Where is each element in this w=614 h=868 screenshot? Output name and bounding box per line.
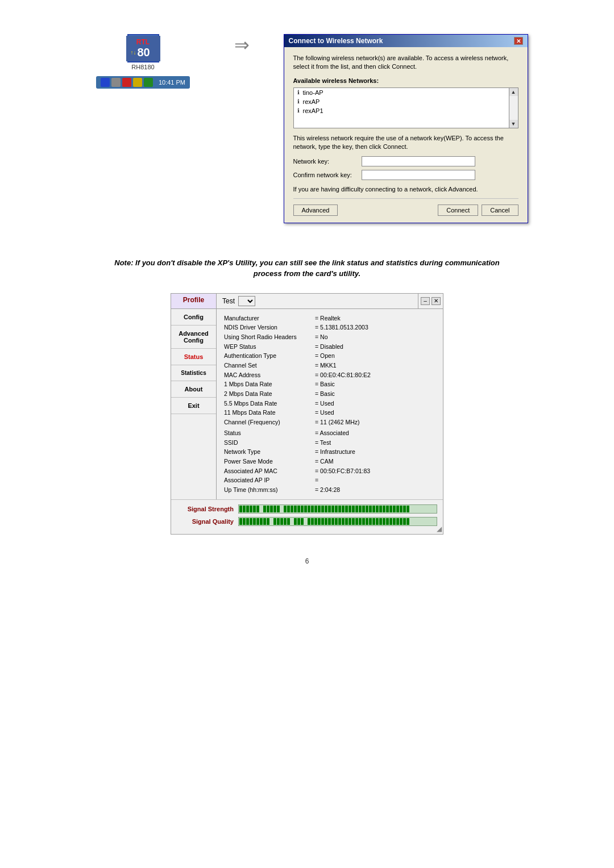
- signal-bar: [297, 506, 300, 512]
- tab-profile[interactable]: Profile: [171, 294, 217, 308]
- signal-quality-label: Signal Quality: [177, 518, 234, 525]
- network-list-scrollbar[interactable]: ▲ ▼: [509, 88, 518, 128]
- sidebar-item-advanced-config[interactable]: Advanced Config: [171, 326, 216, 349]
- signal-bar: [396, 506, 399, 512]
- panel-close-button[interactable]: ✕: [432, 297, 441, 305]
- rtl-text: RTL: [131, 38, 156, 46]
- network-name-3: rexAP1: [303, 107, 323, 114]
- network-item-tino[interactable]: ℹ tino-AP: [294, 88, 508, 97]
- signal-bar: [263, 518, 266, 525]
- confirm-key-input[interactable]: [362, 170, 475, 180]
- signal-bar: [277, 518, 280, 525]
- network-key-label: Network key:: [293, 158, 362, 165]
- taskbar: 10:41 PM: [96, 76, 190, 89]
- signal-bar: [352, 518, 355, 525]
- table-row: Associated AP IP=: [222, 475, 437, 485]
- signal-bar: [369, 518, 372, 525]
- table-row: Channel Set= MKK1: [222, 361, 437, 370]
- signal-icon: ↑↓: [131, 49, 136, 56]
- sidebar-item-config[interactable]: Config: [171, 309, 216, 326]
- signal-bar: [335, 506, 338, 512]
- table-row: Associated AP MAC= 00:50:FC:B7:01:83: [222, 466, 437, 476]
- connect-button[interactable]: Connect: [438, 205, 478, 216]
- device-name: RH8180: [131, 64, 154, 70]
- signal-bar: [314, 506, 317, 512]
- signal-bar: [338, 506, 341, 512]
- taskbar-icon-3: [122, 78, 131, 87]
- signal-bar: [342, 518, 345, 525]
- dialog-body: The following wireless network(s) are av…: [284, 47, 528, 223]
- panel-minimize-button[interactable]: –: [421, 297, 430, 305]
- signal-bar: [366, 518, 368, 525]
- signal-bar: [393, 506, 396, 512]
- network-name-2: rexAP: [303, 98, 320, 105]
- signal-bar: [393, 518, 396, 525]
- table-row: Power Save Mode= CAM: [222, 457, 437, 466]
- scroll-down-arrow[interactable]: ▼: [510, 120, 517, 128]
- tab-test[interactable]: Test: [217, 294, 418, 308]
- scroll-up-arrow[interactable]: ▲: [510, 88, 517, 96]
- signal-bar: [345, 518, 348, 525]
- dialog-title: Connect to Wireless Network: [289, 37, 383, 45]
- signal-bar: [314, 518, 317, 525]
- resize-handle[interactable]: ◢: [437, 525, 442, 533]
- dialog-buttons: Advanced Connect Cancel: [293, 198, 518, 216]
- signal-bar: [318, 506, 321, 512]
- signal-bar: [379, 518, 382, 525]
- signal-strength-row: Signal Strength: [177, 504, 437, 514]
- network-list[interactable]: ℹ tino-AP ℹ rexAP ℹ rexAP1 ▲: [293, 87, 518, 128]
- sidebar-item-exit[interactable]: Exit: [171, 398, 216, 414]
- signal-bar: [250, 518, 252, 525]
- sidebar-item-about[interactable]: About: [171, 381, 216, 398]
- signal-bar: [325, 518, 327, 525]
- signal-bar: [386, 518, 389, 525]
- signal-bar: [294, 506, 297, 512]
- signal-bar: [345, 506, 348, 512]
- signal-bar: [243, 518, 246, 525]
- signal-bar: [400, 518, 403, 525]
- page-number: 6: [11, 557, 603, 565]
- network-item-rexap[interactable]: ℹ rexAP: [294, 97, 508, 106]
- panel-main: Manufacturer= RealtekNDIS Driver Version…: [217, 309, 443, 499]
- tab-test-dropdown[interactable]: [238, 296, 255, 306]
- network-key-input[interactable]: [362, 156, 475, 166]
- network-item-rexap1[interactable]: ℹ rexAP1: [294, 106, 508, 115]
- signal-bar: [352, 506, 355, 512]
- signal-bar: [383, 518, 385, 525]
- taskbar-time: 10:41 PM: [159, 79, 185, 86]
- wifi-icon-1: ℹ: [297, 89, 300, 95]
- signal-bar: [369, 506, 372, 512]
- cancel-button[interactable]: Cancel: [482, 205, 518, 216]
- utility-panel: Profile Test – ✕ Config Advanced Config …: [171, 293, 443, 535]
- signal-bar: [291, 506, 293, 512]
- dialog-close-button[interactable]: ✕: [514, 37, 523, 45]
- signal-bar: [362, 518, 365, 525]
- signal-bar: [246, 518, 249, 525]
- arrow: ⇒: [234, 34, 250, 56]
- signal-bar: [376, 506, 379, 512]
- signal-bar: [328, 518, 331, 525]
- signal-bar: [406, 518, 409, 525]
- signal-bar: [308, 518, 310, 525]
- signal-bar: [362, 506, 365, 512]
- signal-bar: [338, 518, 341, 525]
- advanced-button[interactable]: Advanced: [293, 205, 338, 216]
- signal-bar: [243, 506, 246, 512]
- signal-bar: [301, 518, 304, 525]
- sidebar-item-statistics[interactable]: Statistics: [171, 365, 216, 381]
- signal-bar: [277, 506, 280, 512]
- signal-bar: [301, 506, 304, 512]
- signal-bar: [263, 506, 266, 512]
- arrow-icon: ⇒: [234, 34, 250, 56]
- signal-bar: [280, 506, 283, 512]
- signal-bar: [253, 506, 256, 512]
- signal-bar: [383, 506, 385, 512]
- sidebar-item-status[interactable]: Status: [171, 349, 216, 365]
- signal-bar: [335, 518, 338, 525]
- panel-sidebar: Config Advanced Config Status Statistics…: [171, 309, 217, 499]
- table-row: Up Time (hh:mm:ss)= 2:04:28: [222, 485, 437, 495]
- panel-controls: – ✕: [418, 294, 443, 308]
- signal-bar: [400, 506, 403, 512]
- signal-quality-bar: [238, 517, 437, 526]
- available-networks-label: Available wireless Networks:: [293, 77, 518, 84]
